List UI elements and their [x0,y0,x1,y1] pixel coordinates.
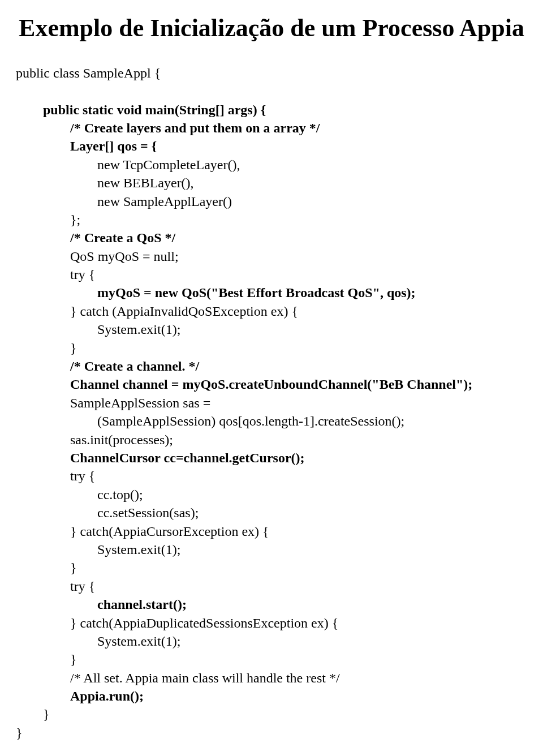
code-line: Channel channel = myQoS.createUnboundCha… [16,375,527,393]
code-text: channel.start(); [97,597,187,612]
code-text: /* Create a QoS */ [70,230,175,245]
code-text: /* Create a channel. */ [70,359,199,373]
code-text: Layer[] qos = { [70,139,157,153]
code-line: QoS myQoS = null; [16,247,527,265]
code-text: Appia.run(); [70,689,144,703]
code-line: cc.top(); [16,486,527,504]
code-line: } [16,705,527,723]
code-line: ChannelCursor cc=channel.getCursor(); [16,449,527,467]
page-title: Exemplo de Inicialização de um Processo … [16,14,527,44]
code-line: try { [16,577,527,595]
code-line: Appia.run(); [16,687,527,705]
code-text: ChannelCursor cc=channel.getCursor(); [70,450,305,465]
code-line: try { [16,265,527,284]
code-line: new TcpCompleteLayer(), [16,156,527,174]
code-line: SampleApplSession sas = [16,394,527,412]
code-line: /* Create a channel. */ [16,357,527,375]
code-line: } [16,559,527,577]
code-line: (SampleApplSession) qos[qos.length-1].cr… [16,412,527,430]
code-line: /* Create layers and put them on a array… [16,119,527,137]
code-text: public static void main(String[] args) { [43,102,266,117]
code-line: cc.setSession(sas); [16,504,527,522]
code-line: /* All set. Appia main class will handle… [16,669,527,687]
code-listing: public class SampleAppl { public static … [16,64,527,742]
code-line [16,82,527,100]
code-line: /* Create a QoS */ [16,229,527,247]
code-line: channel.start(); [16,595,527,613]
code-line: public class SampleAppl { [16,64,527,82]
code-line: new SampleApplLayer() [16,192,527,211]
code-line: System.exit(1); [16,320,527,338]
code-line: System.exit(1); [16,632,527,650]
code-line: } catch(AppiaCursorException ex) { [16,522,527,540]
code-line: sas.init(processes); [16,431,527,449]
code-line: } catch(AppiaDuplicatedSessionsException… [16,614,527,632]
code-line: } [16,650,527,668]
code-line: public static void main(String[] args) { [16,101,527,119]
code-line: myQoS = new QoS("Best Effort Broadcast Q… [16,284,527,302]
code-text: /* Create layers and put them on a array… [70,121,320,135]
code-line: } catch (AppiaInvalidQoSException ex) { [16,302,527,320]
code-line: } [16,339,527,357]
code-line: } [16,724,527,742]
code-line: System.exit(1); [16,540,527,559]
code-line: }; [16,211,527,229]
code-line: try { [16,467,527,485]
code-line: Layer[] qos = { [16,137,527,155]
code-text: myQoS = new QoS("Best Effort Broadcast Q… [97,285,416,300]
code-line: new BEBLayer(), [16,174,527,192]
code-text: Channel channel = myQoS.createUnboundCha… [70,377,472,392]
